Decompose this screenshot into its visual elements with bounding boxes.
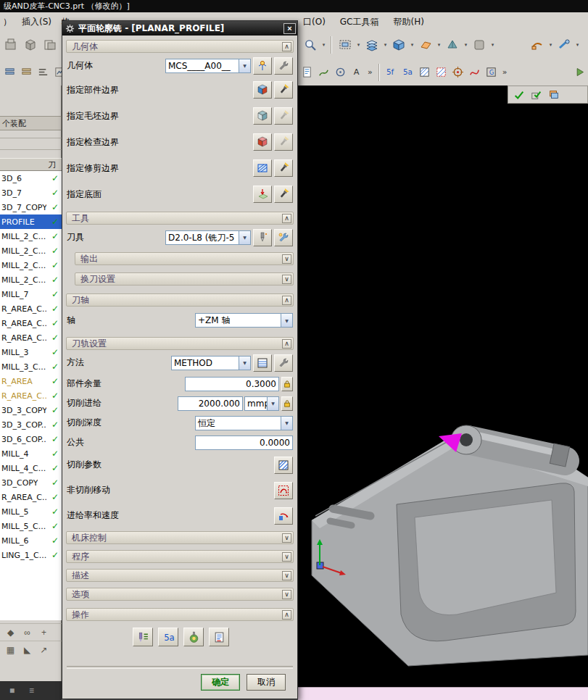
display-floor-button[interactable]: [274, 186, 293, 203]
arrow-icon[interactable]: ↗: [38, 643, 50, 656]
group-header-tool-axis[interactable]: 刀轴: [66, 293, 294, 307]
menu-item[interactable]: 口(O): [303, 16, 326, 28]
expand-chevron-icon[interactable]: [282, 552, 291, 562]
tree-item[interactable]: 3D_6_COP...: [0, 432, 62, 446]
display-check-boundary-button[interactable]: [274, 133, 293, 151]
subgroup-tool-change[interactable]: 换刀设置: [75, 272, 294, 286]
axis-dropdown[interactable]: +ZM 轴: [195, 313, 293, 328]
cad-toolbar-icon-a[interactable]: [1, 36, 20, 54]
common-depth-input[interactable]: [195, 436, 293, 450]
group-header-tool[interactable]: 工具: [66, 212, 294, 225]
snap-point-icon[interactable]: ◆: [4, 626, 17, 638]
dropdown-caret-icon[interactable]: [436, 42, 442, 48]
link-icon[interactable]: ∞: [21, 626, 33, 638]
work-layer-icon-button[interactable]: [363, 36, 381, 54]
cad-toolbar-icon-f[interactable]: [18, 64, 34, 80]
expand-chevron-icon[interactable]: [282, 275, 291, 284]
display-blank-boundary-button[interactable]: [274, 107, 293, 125]
shaded-display-icon-button[interactable]: [389, 36, 408, 54]
navigator-tab[interactable]: 个装配: [0, 116, 62, 130]
edit-method-button[interactable]: [274, 354, 293, 372]
tree-item[interactable]: R_AREA_C...: [0, 388, 62, 403]
group-header-description[interactable]: 描述: [66, 569, 294, 582]
menu-item[interactable]: 插入(S): [22, 16, 51, 28]
tree-item[interactable]: MILL_2_C...: [0, 258, 62, 272]
tree-item[interactable]: 3D_3_COP...: [0, 417, 62, 432]
group-header-options[interactable]: 选项: [66, 588, 294, 601]
group-header-actions[interactable]: 操作: [66, 608, 294, 621]
hatch-b-icon-button[interactable]: [434, 64, 450, 80]
dropdown-arrow-icon[interactable]: [281, 314, 292, 327]
dropdown-caret-icon[interactable]: [547, 42, 554, 48]
mcs-dropdown[interactable]: MCS____A00__: [165, 59, 251, 73]
tree-item[interactable]: MILL_2_C...: [0, 229, 62, 243]
display-trim-boundary-button[interactable]: [274, 159, 293, 177]
spline-icon-button[interactable]: [467, 64, 483, 80]
dialog-titlebar[interactable]: 平面轮廓铣 - [PLANAR_PROFILE]: [62, 21, 297, 36]
tree-item[interactable]: 3D_3_COPY: [0, 403, 62, 417]
window-titlebar[interactable]: 级AND皮革-CNC3.prt （修改的）]: [0, 0, 588, 12]
tool-dropdown[interactable]: D2.0-L8 (铣刀-5: [165, 230, 251, 245]
part-stock-input[interactable]: [185, 377, 279, 391]
dropdown-arrow-icon[interactable]: [281, 417, 292, 430]
cad-toolbar-icon-g[interactable]: [35, 64, 51, 80]
dropdown-caret-icon[interactable]: [574, 42, 581, 48]
tree-item[interactable]: MILL_7: [0, 287, 62, 301]
tree-item[interactable]: MILL_2_C...: [0, 243, 62, 258]
collapse-chevron-icon[interactable]: [282, 296, 291, 305]
clip-tool-icon-button[interactable]: [528, 36, 547, 54]
group-header-program[interactable]: 程序: [66, 550, 294, 563]
dropdown-arrow-icon[interactable]: [239, 357, 250, 370]
pipe-tool-icon-button[interactable]: [555, 36, 573, 54]
cad-toolbar-icon-c[interactable]: [41, 36, 59, 54]
tree-item[interactable]: R_AREA: [0, 374, 62, 388]
expand-chevron-icon[interactable]: [282, 590, 291, 599]
tree-item[interactable]: MILL_5: [0, 504, 62, 519]
select-part-boundary-button[interactable]: [253, 81, 272, 99]
tree-item[interactable]: R_AREA_C...: [0, 330, 62, 345]
view-orient-icon-button[interactable]: [443, 36, 462, 54]
group-header-machine-control[interactable]: 机床控制: [66, 531, 294, 544]
tree-item[interactable]: R_AREA_C...: [0, 490, 62, 504]
select-check-boundary-button[interactable]: [253, 133, 272, 151]
tree-item[interactable]: MILL_4_C...: [0, 461, 62, 475]
dropdown-caret-icon[interactable]: [320, 42, 327, 48]
tree-item[interactable]: PROFILE: [0, 214, 62, 229]
cad-toolbar-icon-e[interactable]: [1, 64, 17, 80]
cutting-params-button[interactable]: [274, 457, 293, 474]
list-doc-icon-button[interactable]: [299, 64, 315, 80]
menu-item[interactable]: 帮助(H): [394, 16, 424, 28]
profile-curve-icon-button[interactable]: [315, 64, 331, 80]
zoom-icon-button[interactable]: [301, 36, 320, 54]
menu-item[interactable]: GC工具箱: [340, 16, 379, 28]
collapse-chevron-icon[interactable]: [282, 339, 291, 349]
collapse-chevron-icon[interactable]: [282, 214, 291, 223]
dropdown-caret-icon[interactable]: [355, 42, 362, 48]
cut-feed-input[interactable]: [178, 396, 243, 411]
dropdown-arrow-icon[interactable]: [239, 59, 250, 72]
collapse-chevron-icon[interactable]: [282, 610, 291, 620]
group-header-path-settings[interactable]: 刀轨设置: [66, 337, 294, 350]
display-part-boundary-button[interactable]: [274, 81, 293, 99]
dropdown-caret-icon[interactable]: [489, 42, 496, 48]
hatch-a-icon-button[interactable]: [417, 64, 433, 80]
dropdown-caret-icon[interactable]: [409, 42, 415, 48]
group-header-geometry[interactable]: 几何体: [66, 40, 294, 53]
group-box-icon-button[interactable]: G: [484, 64, 500, 80]
tree-item[interactable]: MILL_5_C...: [0, 519, 62, 533]
point-circle-icon-button[interactable]: [332, 64, 348, 80]
new-method-button[interactable]: [253, 354, 272, 372]
tree-item[interactable]: 3D_7_COPY: [0, 200, 62, 214]
background-icon-button[interactable]: [470, 36, 489, 54]
tree-item[interactable]: MILL_6: [0, 533, 62, 548]
cad-toolbar-icon-b[interactable]: [21, 36, 40, 54]
method-dropdown[interactable]: METHOD: [171, 356, 251, 370]
menu-item[interactable]: ）: [3, 16, 12, 28]
replay-toolpath-icon-button[interactable]: 5a: [400, 64, 416, 80]
tree-item[interactable]: MILL_2_C...: [0, 272, 62, 287]
dropdown-arrow-icon[interactable]: [267, 397, 278, 410]
generate-toolpath-button[interactable]: [133, 628, 153, 646]
list-toolpath-button[interactable]: [209, 628, 229, 646]
tree-item[interactable]: 3D_COPY: [0, 475, 62, 490]
replay-toolpath-button[interactable]: 5a: [158, 628, 178, 646]
